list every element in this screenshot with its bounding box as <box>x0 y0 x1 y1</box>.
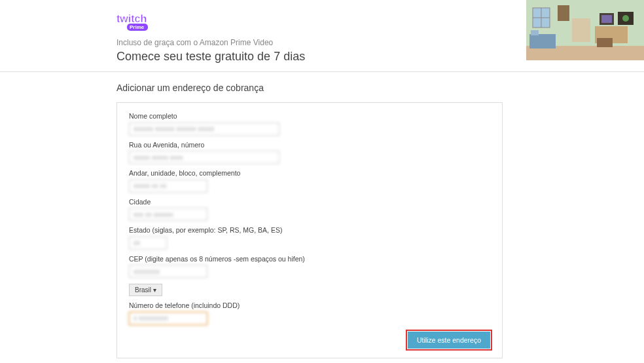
billing-address-form: Nome completo Rua ou Avenida, número And… <box>116 102 503 358</box>
complement-label: Andar, unidade, bloco, complemento <box>129 169 490 177</box>
svg-text:twitch: twitch <box>116 13 147 24</box>
section-title: Adicionar um endereço de cobrança <box>116 83 644 93</box>
svg-rect-17 <box>597 38 613 47</box>
state-label: Estado (siglas, por exemplo: SP, RS, MG,… <box>129 226 490 234</box>
svg-rect-9 <box>531 30 539 35</box>
street-input[interactable] <box>129 151 279 164</box>
svg-rect-10 <box>558 5 569 21</box>
room-illustration <box>526 0 644 60</box>
cep-input[interactable] <box>129 265 207 278</box>
country-select[interactable]: Brasil ▾ <box>129 284 162 296</box>
city-input[interactable] <box>129 208 207 221</box>
phone-label: Número de telefone (incluindo DDD) <box>129 301 490 309</box>
use-address-button[interactable]: Utilize este endereço <box>408 332 490 349</box>
state-input[interactable] <box>129 237 167 250</box>
svg-rect-8 <box>529 34 556 48</box>
complement-input[interactable] <box>129 180 207 193</box>
svg-text:Prime: Prime <box>130 24 145 30</box>
street-label: Rua ou Avenida, número <box>129 141 490 149</box>
chevron-down-icon: ▾ <box>153 286 156 294</box>
city-label: Cidade <box>129 198 490 206</box>
country-label: Brasil <box>135 286 151 294</box>
svg-rect-11 <box>572 18 590 42</box>
phone-input[interactable] <box>129 312 207 325</box>
cep-label: CEP (digite apenas os 8 números -sem esp… <box>129 255 490 263</box>
svg-point-16 <box>622 15 629 22</box>
name-label: Nome completo <box>129 112 490 120</box>
svg-rect-14 <box>601 15 612 23</box>
name-input[interactable] <box>129 123 279 136</box>
